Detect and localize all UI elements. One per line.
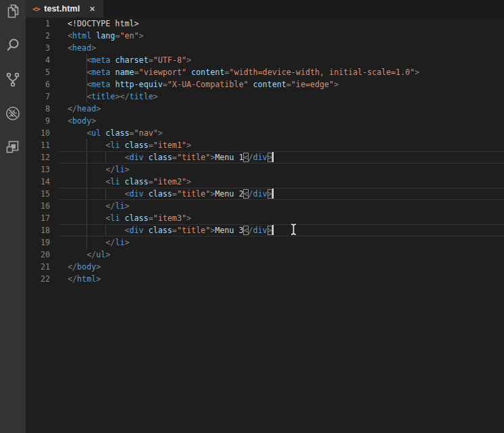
- code-line-15[interactable]: 15 <div class="title">Menu 2</div>: [26, 188, 504, 200]
- source-control-icon[interactable]: [4, 71, 22, 88]
- code-line-17[interactable]: 17 <li class="item3">: [26, 212, 504, 224]
- code-line-13[interactable]: 13 </li>: [26, 163, 504, 176]
- line-number: 13: [26, 163, 68, 176]
- indent-guide: [86, 91, 87, 103]
- code-line-8[interactable]: 8</head>: [26, 103, 504, 115]
- line-number: 5: [26, 66, 68, 78]
- code-text: <li class="item3">: [68, 212, 504, 224]
- code-line-18[interactable]: 18 <div class="title">Menu 3</div>: [26, 224, 504, 236]
- code-text: <body>: [68, 115, 504, 127]
- text-cursor: [272, 225, 274, 235]
- code-line-22[interactable]: 22</html>: [26, 273, 504, 285]
- indent-guide: [105, 151, 106, 163]
- code-editor[interactable]: 1<!DOCTYPE html>2<html lang="en">3<head>…: [26, 18, 504, 433]
- code-line-2[interactable]: 2<html lang="en">: [26, 30, 504, 42]
- line-number: 4: [26, 54, 68, 66]
- line-number: 9: [26, 115, 68, 127]
- line-number: 8: [26, 103, 68, 115]
- indent-guide: [86, 188, 87, 200]
- code-line-14[interactable]: 14 <li class="item2">: [26, 176, 504, 188]
- code-text: <title></title>: [68, 91, 504, 103]
- indent-guide: [105, 224, 106, 236]
- line-number: 6: [26, 78, 68, 91]
- indent-guide: [86, 200, 87, 212]
- code-text: </ul>: [68, 249, 504, 261]
- code-text: <meta name="viewport" content="width=dev…: [68, 66, 504, 78]
- code-line-10[interactable]: 10 <ul class="nav">: [26, 127, 504, 139]
- editor-group: <> test.html ✕ 1<!DOCTYPE html>2<html la…: [26, 0, 504, 433]
- text-cursor: [272, 152, 274, 162]
- tab-test-html[interactable]: <> test.html ✕: [26, 0, 103, 18]
- indent-guide: [86, 236, 87, 249]
- text-cursor: [272, 188, 274, 199]
- code-text: </li>: [68, 163, 504, 176]
- html-file-icon: <>: [32, 5, 39, 14]
- code-text: <div class="title">Menu 3</div>: [68, 224, 504, 236]
- code-text: <li class="item2">: [68, 176, 504, 188]
- explorer-icon[interactable]: [4, 3, 22, 20]
- line-number: 19: [26, 236, 68, 249]
- line-number: 21: [26, 261, 68, 273]
- line-number: 2: [26, 30, 68, 42]
- line-number: 17: [26, 212, 68, 224]
- code-line-19[interactable]: 19 </li>: [26, 236, 504, 249]
- code-line-11[interactable]: 11 <li class="item1">: [26, 139, 504, 151]
- code-line-20[interactable]: 20 </ul>: [26, 249, 504, 261]
- code-text: <head>: [68, 42, 504, 54]
- line-number: 15: [26, 188, 68, 200]
- code-line-1[interactable]: 1<!DOCTYPE html>: [26, 18, 504, 30]
- indent-guide: [86, 151, 87, 163]
- line-number: 20: [26, 249, 68, 261]
- code-text: <meta http-equiv="X-UA-Compatible" conte…: [68, 78, 504, 91]
- line-number: 12: [26, 151, 68, 163]
- line-number: 14: [26, 176, 68, 188]
- code-line-12[interactable]: 12 <div class="title">Menu 1</div>: [26, 151, 504, 163]
- activity-bar: [0, 0, 26, 433]
- code-line-6[interactable]: 6 <meta http-equiv="X-UA-Compatible" con…: [26, 78, 504, 91]
- line-number: 11: [26, 139, 68, 151]
- code-text: </html>: [68, 273, 504, 285]
- tab-bar: <> test.html ✕: [26, 0, 504, 18]
- code-text: <li class="item1">: [68, 139, 504, 151]
- extensions-icon[interactable]: [4, 138, 22, 156]
- code-line-5[interactable]: 5 <meta name="viewport" content="width=d…: [26, 66, 504, 78]
- indent-guide: [86, 139, 87, 151]
- line-number: 1: [26, 18, 68, 30]
- code-text: <div class="title">Menu 1</div>: [68, 151, 504, 163]
- code-text: <!DOCTYPE html>: [68, 18, 504, 30]
- indent-guide: [86, 78, 87, 91]
- line-number: 18: [26, 224, 68, 236]
- code-text: <html lang="en">: [68, 30, 504, 42]
- line-number: 3: [26, 42, 68, 54]
- indent-guide: [86, 54, 87, 66]
- tab-close-icon[interactable]: ✕: [88, 4, 97, 14]
- code-line-3[interactable]: 3<head>: [26, 42, 504, 54]
- line-number: 10: [26, 127, 68, 139]
- line-number: 7: [26, 91, 68, 103]
- code-line-4[interactable]: 4 <meta charset="UTF-8">: [26, 54, 504, 66]
- indent-guide: [86, 66, 87, 78]
- indent-guide: [86, 176, 87, 188]
- code-text: </head>: [68, 103, 504, 115]
- code-text: </li>: [68, 200, 504, 212]
- indent-guide: [105, 188, 106, 200]
- search-icon[interactable]: [4, 36, 22, 54]
- indent-guide: [86, 163, 87, 176]
- code-text: </li>: [68, 236, 504, 249]
- code-line-7[interactable]: 7 <title></title>: [26, 91, 504, 103]
- code-text: <div class="title">Menu 2</div>: [68, 188, 504, 200]
- indent-guide: [86, 224, 87, 236]
- debug-icon[interactable]: [4, 105, 22, 122]
- indent-guide: [86, 212, 87, 224]
- code-text: <ul class="nav">: [68, 127, 504, 139]
- line-number: 22: [26, 273, 68, 285]
- tab-label: test.html: [44, 4, 80, 14]
- code-line-9[interactable]: 9<body>: [26, 115, 504, 127]
- code-line-16[interactable]: 16 </li>: [26, 200, 504, 212]
- line-number: 16: [26, 200, 68, 212]
- code-text: <meta charset="UTF-8">: [68, 54, 504, 66]
- code-text: </body>: [68, 261, 504, 273]
- code-line-21[interactable]: 21</body>: [26, 261, 504, 273]
